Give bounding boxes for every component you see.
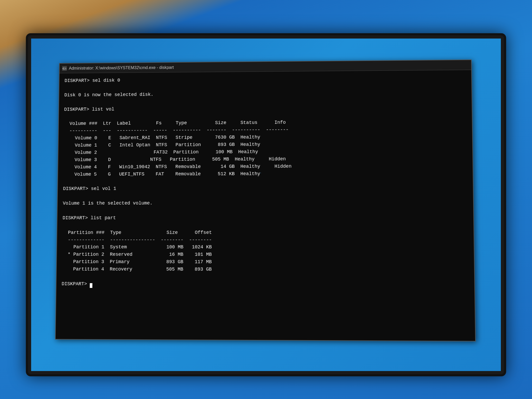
vol-row-1: Volume 1 C Intel Optan NTFS Partition 89… bbox=[69, 142, 260, 148]
part-row-4: Partition 4 Recovery 505 MB 893 GB bbox=[68, 267, 212, 272]
monitor-bezel: C:\ Administrator: X:\windows\SYSTEM32\c… bbox=[26, 33, 506, 376]
cmd-window[interactable]: C:\ Administrator: X:\windows\SYSTEM32\c… bbox=[55, 60, 476, 341]
screen: C:\ Administrator: X:\windows\SYSTEM32\c… bbox=[31, 39, 501, 371]
cmd-line-list-part: DISKPART> list part bbox=[63, 215, 116, 221]
vol-header: Volume ### Ltr Label Fs Type Size Status… bbox=[69, 120, 286, 126]
cmd-icon: C:\ bbox=[62, 66, 67, 71]
part-row-2: * Partition 2 Reserved 16 MB 101 MB bbox=[68, 252, 212, 257]
vol-row-5: Volume 5 G UEFI_NTFS FAT Removable 512 K… bbox=[69, 171, 260, 177]
vol-row-2: Volume 2 FAT32 Partition 100 MB Healthy bbox=[69, 149, 258, 155]
vol-row-4: Volume 4 F Win10_19042 NTFS Removable 14… bbox=[69, 164, 292, 170]
vol-separator: ---------- --- ----------- ----- -------… bbox=[69, 127, 289, 134]
cmd-line-vol-selected: Volume 1 is the selected volume. bbox=[63, 201, 153, 206]
cursor bbox=[90, 283, 92, 288]
vol-row-3: Volume 3 D NTFS Partition 505 MB Healthy… bbox=[69, 156, 286, 162]
part-header: Partition ### Type Size Offset bbox=[68, 230, 212, 235]
part-separator: ------------- ---------------- -------- … bbox=[68, 237, 212, 243]
cmd-line-sel-disk: DISKPART> sel disk 0 bbox=[65, 78, 120, 83]
cmd-line-sel-vol: DISKPART> sel vol 1 bbox=[63, 186, 116, 191]
terminal-content: DISKPART> sel disk 0 Disk 0 is now the s… bbox=[56, 70, 474, 293]
cmd-line-list-vol: DISKPART> list vol bbox=[64, 106, 114, 112]
final-prompt: DISKPART> bbox=[61, 281, 92, 287]
screen-inner: C:\ Administrator: X:\windows\SYSTEM32\c… bbox=[31, 39, 501, 371]
part-row-1: Partition 1 System 100 MB 1024 KB bbox=[68, 245, 212, 250]
cmd-line-disk-selected: Disk 0 is now the selected disk. bbox=[64, 92, 154, 98]
window-title: Administrator: X:\windows\SYSTEM32\cmd.e… bbox=[69, 65, 174, 71]
part-row-3: Partition 3 Primary 893 GB 117 MB bbox=[68, 259, 212, 264]
vol-row-0: Volume 0 E Sabrent_RAI NTFS Stripe 7630 … bbox=[69, 135, 260, 141]
